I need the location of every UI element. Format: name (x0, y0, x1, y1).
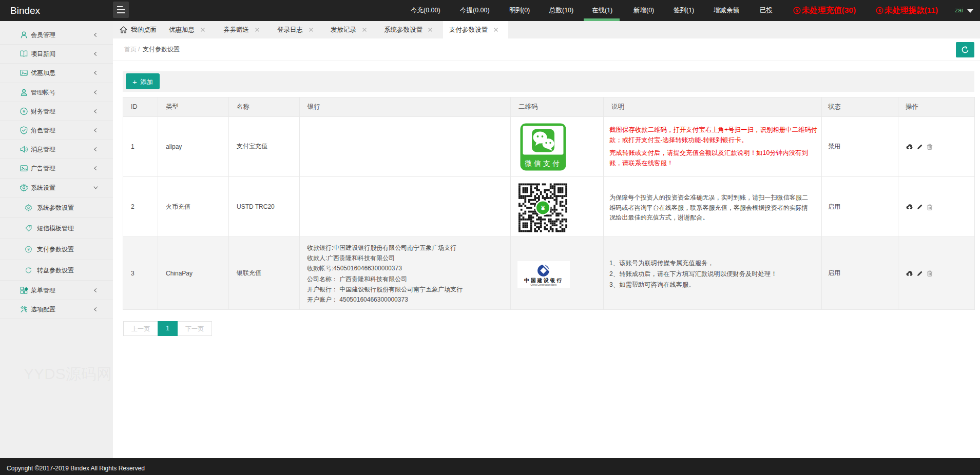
svg-text:$: $ (878, 8, 881, 13)
svg-text:¥: ¥ (22, 108, 26, 114)
svg-text:中国建设银行: 中国建设银行 (524, 278, 563, 283)
svg-text:微信支付: 微信支付 (525, 160, 562, 167)
svg-text:China Construction Bank: China Construction Bank (531, 284, 558, 286)
svg-text:¥: ¥ (796, 8, 798, 13)
svg-text:¥: ¥ (27, 247, 30, 252)
svg-text:¥: ¥ (541, 204, 545, 212)
